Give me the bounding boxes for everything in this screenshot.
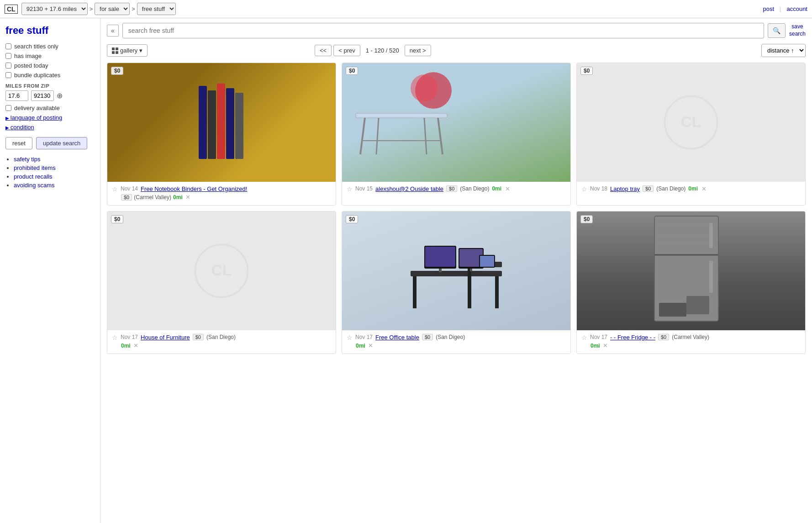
- gallery-icon: [112, 48, 118, 54]
- listing-info: ☆ Nov 15 alexshou@2 Ouside table $0 (San…: [342, 182, 570, 197]
- update-search-button[interactable]: update search: [36, 137, 87, 149]
- reset-button[interactable]: reset: [5, 137, 32, 149]
- category-select[interactable]: for sale: [95, 3, 130, 15]
- miles-input[interactable]: [5, 90, 28, 101]
- favorite-icon[interactable]: ☆: [347, 334, 353, 341]
- top-navigation: CL 92130 + 17.6 miles > for sale > free …: [0, 0, 812, 18]
- remove-listing-button[interactable]: ✕: [368, 342, 373, 349]
- listing-location: (San Diego): [656, 185, 685, 192]
- remove-listing-button[interactable]: ✕: [133, 342, 138, 349]
- remove-listing-button[interactable]: ✕: [701, 185, 707, 192]
- listing-card[interactable]: $0 ☆ Nov 14 Free Notebook Binders - Get …: [107, 63, 336, 206]
- post-link[interactable]: post: [763, 5, 774, 12]
- listing-info: ☆ Nov 18 Laptop tray $0 (San Diego) 0mi …: [577, 182, 805, 197]
- favorite-icon[interactable]: ☆: [581, 185, 587, 193]
- gallery-view-button[interactable]: gallery ▾: [107, 44, 148, 57]
- subcategory-select[interactable]: free stuff: [137, 3, 176, 15]
- page-title: free stuff: [5, 25, 95, 37]
- listing-price: $0: [193, 334, 204, 340]
- listing-location: (Carmel Valley): [134, 194, 171, 201]
- listing-title[interactable]: Free Office table: [375, 334, 419, 341]
- filter-posted-today-label: posted today: [14, 62, 48, 69]
- zip-input[interactable]: [31, 90, 54, 101]
- search-bar: « 🔍 save search: [107, 23, 806, 38]
- listing-date: Nov 15: [355, 185, 373, 192]
- listing-price: $0: [658, 334, 669, 340]
- next-page-button[interactable]: next >: [405, 45, 431, 56]
- search-input[interactable]: [122, 23, 764, 38]
- listing-title[interactable]: Free Notebook Binders - Get Organized!: [141, 185, 247, 192]
- listing-distance: 0mi: [591, 343, 600, 349]
- listing-title[interactable]: Laptop tray: [610, 185, 640, 192]
- remove-listing-button[interactable]: ✕: [603, 342, 608, 349]
- prev-page-button[interactable]: < prev: [333, 45, 360, 56]
- save-search-link[interactable]: save search: [789, 23, 806, 37]
- favorite-icon[interactable]: ☆: [581, 334, 587, 341]
- listing-card[interactable]: CL $0 ☆ Nov 18 Laptop tray $0 (San Diego…: [576, 63, 806, 206]
- price-badge: $0: [111, 67, 123, 75]
- listing-info: ☆ Nov 14 Free Notebook Binders - Get Org…: [107, 182, 336, 205]
- listing-title[interactable]: alexshou@2 Ouside table: [375, 185, 443, 192]
- sidebar-link-prohibited[interactable]: prohibited items: [14, 164, 56, 171]
- listing-meta: ☆ Nov 18 Laptop tray $0 (San Diego) 0mi …: [581, 185, 801, 193]
- has-image-checkbox[interactable]: [5, 53, 11, 59]
- toolbar: gallery ▾ << < prev 1 - 120 / 520 next >…: [107, 44, 806, 57]
- listing-distance: 0mi: [173, 194, 183, 201]
- listing-distance: 0mi: [688, 185, 698, 192]
- cl-placeholder-logo: CL: [664, 95, 718, 150]
- listing-title[interactable]: - - Free Fridge - -: [610, 334, 655, 341]
- listing-card[interactable]: $0 ☆ Nov 17 Free Office table $0 (San Di…: [342, 211, 571, 354]
- listing-second-line: 0mi ✕: [581, 342, 801, 349]
- search-icon: 🔍: [773, 27, 780, 34]
- remove-listing-button[interactable]: ✕: [185, 194, 190, 201]
- miles-label: MILES FROM ZIP: [5, 83, 95, 89]
- listing-image-placeholder: CL: [577, 63, 805, 182]
- account-link[interactable]: account: [786, 5, 807, 12]
- svg-rect-24: [425, 247, 455, 267]
- posted-today-checkbox[interactable]: [5, 63, 11, 69]
- filter-search-titles[interactable]: search titles only: [5, 43, 95, 50]
- collapse-button[interactable]: «: [107, 25, 119, 37]
- price-badge: $0: [346, 67, 358, 75]
- listing-info: ☆ Nov 17 Free Office table $0 (San Digeo…: [342, 330, 570, 354]
- svg-rect-20: [495, 276, 499, 308]
- svg-rect-35: [686, 296, 709, 314]
- listing-distance: 0mi: [121, 343, 131, 349]
- sidebar-link-safety[interactable]: safety tips: [14, 156, 41, 163]
- filter-bundle-duplicates[interactable]: bundle duplicates: [5, 72, 95, 79]
- listing-price: $0: [446, 185, 457, 192]
- favorite-icon[interactable]: ☆: [112, 334, 118, 341]
- table-illustration: [342, 63, 461, 182]
- listing-location: (San Diego): [206, 334, 236, 340]
- bundle-duplicates-checkbox[interactable]: [5, 72, 11, 78]
- listing-image: [577, 211, 805, 330]
- cl-logo: CL: [5, 5, 18, 14]
- listing-title[interactable]: House of Furniture: [141, 334, 190, 341]
- listing-card[interactable]: $0 ☆ Nov 15 alexshou@2 Ouside table $0 (…: [342, 63, 571, 206]
- listing-image: [342, 63, 570, 182]
- listing-card[interactable]: $0 ☆ Nov 17 - - Free Fridge - - $0 (Carm…: [576, 211, 806, 354]
- listing-card[interactable]: CL $0 ☆ Nov 17 House of Furniture $0 (Sa…: [107, 211, 336, 354]
- favorite-icon[interactable]: ☆: [112, 185, 118, 193]
- sidebar-link-scams[interactable]: avoiding scams: [14, 182, 55, 189]
- remove-listing-button[interactable]: ✕: [505, 185, 510, 192]
- first-page-button[interactable]: <<: [315, 45, 332, 56]
- sort-select[interactable]: distance ↑ newest price ↑ price ↓: [761, 44, 806, 57]
- filter-has-image[interactable]: has image: [5, 53, 95, 59]
- sidebar-links: safety tips prohibited items product rec…: [5, 156, 95, 189]
- svg-rect-27: [470, 269, 472, 271]
- search-titles-checkbox[interactable]: [5, 43, 11, 49]
- location-icon[interactable]: ⊕: [57, 91, 63, 100]
- miles-inputs: ⊕: [5, 90, 95, 101]
- condition-expand[interactable]: condition: [5, 124, 95, 131]
- search-submit-button[interactable]: 🔍: [768, 23, 786, 38]
- location-select[interactable]: 92130 + 17.6 miles: [21, 3, 88, 15]
- sidebar-link-recalls[interactable]: product recalls: [14, 173, 53, 180]
- favorite-icon[interactable]: ☆: [347, 185, 353, 193]
- delivery-checkbox[interactable]: [5, 105, 11, 111]
- filter-delivery[interactable]: delivery available: [5, 105, 95, 111]
- filter-posted-today[interactable]: posted today: [5, 62, 95, 69]
- listing-location: (San Digeo): [436, 334, 465, 340]
- listing-meta: ☆ Nov 15 alexshou@2 Ouside table $0 (San…: [347, 185, 566, 193]
- language-expand[interactable]: language of posting: [5, 114, 95, 121]
